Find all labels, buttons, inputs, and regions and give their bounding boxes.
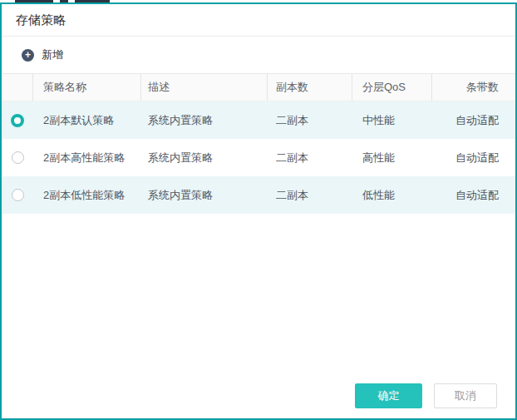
table-row[interactable]: 2副本默认策略 系统内置策略 二副本 中性能 自动适配 [2, 101, 515, 139]
cell-stripes: 自动适配 [432, 176, 515, 214]
cell-qos: 低性能 [352, 176, 432, 214]
cell-stripes: 自动适配 [432, 101, 515, 139]
dialog-toolbar: + 新增 [2, 37, 515, 73]
table-row[interactable]: 2副本高性能策略 系统内置策略 二副本 高性能 自动适配 [2, 139, 515, 176]
table-header-row: 策略名称 描述 副本数 分层QoS 条带数 [2, 74, 515, 101]
cell-description: 系统内置策略 [141, 176, 268, 214]
ok-button[interactable]: 确定 [355, 383, 422, 408]
cell-qos: 高性能 [352, 139, 432, 176]
cell-qos: 中性能 [352, 101, 432, 139]
policy-table: 策略名称 描述 副本数 分层QoS 条带数 2副本默认策略 系统内置策略 二副本… [2, 73, 515, 214]
column-header-desc: 描述 [141, 74, 268, 101]
radio-button[interactable] [11, 114, 24, 127]
add-policy-button[interactable]: + 新增 [22, 47, 63, 62]
add-policy-label: 新增 [42, 47, 63, 62]
column-header-stripes: 条带数 [432, 74, 515, 101]
radio-button[interactable] [12, 189, 24, 201]
cell-replicas: 二副本 [268, 176, 352, 214]
cancel-button[interactable]: 取消 [434, 383, 497, 408]
screen: 存储策略 + 新增 策略名称 描述 副本数 分层QoS 条带数 2副本默认策略 [0, 0, 517, 420]
empty-area [2, 214, 515, 383]
cell-policy-name: 2副本高性能策略 [33, 139, 141, 176]
cell-stripes: 自动适配 [432, 139, 515, 176]
plus-circle-icon: + [22, 49, 34, 62]
radio-column-header [2, 74, 33, 101]
cell-policy-name: 2副本低性能策略 [33, 176, 141, 214]
dialog-title: 存储策略 [16, 12, 66, 28]
cell-policy-name: 2副本默认策略 [33, 101, 141, 139]
cell-description: 系统内置策略 [141, 139, 268, 176]
cell-replicas: 二副本 [268, 139, 352, 176]
table-row[interactable]: 2副本低性能策略 系统内置策略 二副本 低性能 自动适配 [2, 176, 515, 214]
column-header-name: 策略名称 [33, 74, 141, 101]
cell-description: 系统内置策略 [141, 101, 268, 139]
dialog-footer: 确定 取消 [2, 383, 515, 418]
column-header-replicas: 副本数 [268, 74, 352, 101]
column-header-qos: 分层QoS [352, 74, 432, 101]
storage-policy-dialog: 存储策略 + 新增 策略名称 描述 副本数 分层QoS 条带数 2副本默认策略 [0, 2, 517, 420]
cell-replicas: 二副本 [268, 101, 352, 139]
radio-button[interactable] [12, 151, 24, 164]
dialog-header: 存储策略 [2, 4, 515, 37]
